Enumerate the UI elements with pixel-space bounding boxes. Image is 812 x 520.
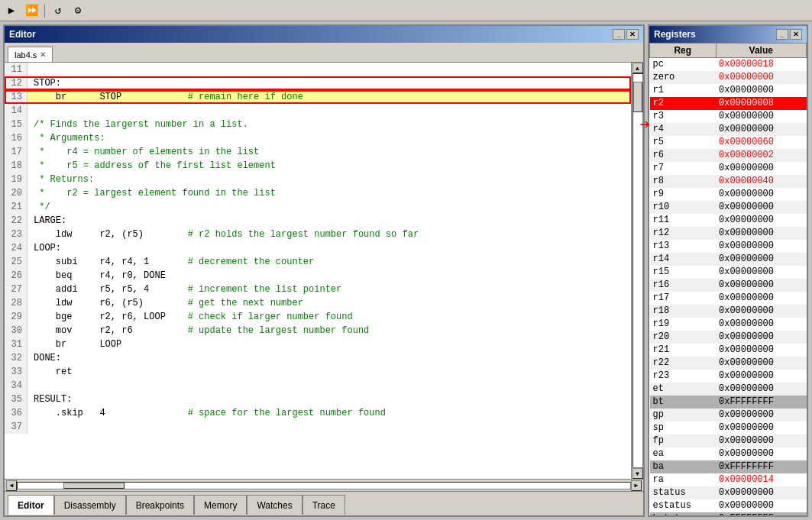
line-number-27: 27 bbox=[5, 283, 27, 296]
code-line-18: 18 * r5 = address of the first list elem… bbox=[5, 159, 631, 173]
editor-titlebar-buttons: _ ✕ bbox=[613, 29, 639, 40]
registers-title: Registers bbox=[654, 29, 696, 40]
register-value-r2: 0x00000008 bbox=[716, 97, 807, 110]
hscroll-track[interactable] bbox=[17, 482, 631, 489]
vertical-scrollbar[interactable]: ▲ ▼ bbox=[631, 63, 643, 479]
register-name-r16: r16 bbox=[650, 279, 717, 292]
register-row-sp: sp0x00000000 bbox=[650, 421, 807, 434]
line-number-20: 20 bbox=[5, 186, 27, 200]
line-number-17: 17 bbox=[5, 145, 27, 159]
editor-minimize-btn[interactable]: _ bbox=[613, 29, 625, 40]
scroll-down-btn[interactable]: ▼ bbox=[632, 468, 643, 479]
reload-btn[interactable]: ↺ bbox=[50, 2, 66, 19]
line-content-17: * r4 = number of elements in the list bbox=[27, 145, 259, 159]
run-btn[interactable]: ▶ bbox=[3, 2, 20, 19]
editor-titlebar: Editor _ ✕ bbox=[5, 26, 643, 43]
bottom-tab-editor[interactable]: Editor bbox=[8, 495, 54, 515]
scroll-up-btn[interactable]: ▲ bbox=[632, 63, 643, 73]
line-number-36: 36 bbox=[5, 406, 27, 420]
code-line-20: 20 * r2 = largest element found in the l… bbox=[5, 186, 631, 200]
line-number-34: 34 bbox=[5, 379, 27, 392]
registers-table-wrapper[interactable]: Reg Value pc0x00000018zero0x00000000r10x… bbox=[649, 43, 807, 515]
code-line-19: 19 * Returns: bbox=[5, 173, 631, 186]
registers-minimize-btn[interactable]: _ bbox=[776, 29, 788, 40]
scroll-thumb[interactable] bbox=[633, 82, 642, 112]
register-row-ba: ba0xFFFFFFFF bbox=[650, 460, 807, 473]
register-row-pc: pc0x00000018 bbox=[650, 58, 807, 71]
editor-tab-lab4s[interactable]: lab4.s ✕ bbox=[8, 47, 53, 62]
line-content-20: * r2 = largest element found in the list bbox=[27, 186, 276, 200]
register-row-ra: ra0x00000014 bbox=[650, 473, 807, 486]
register-value-zero: 0x00000000 bbox=[716, 71, 807, 84]
line-content-19: * Returns: bbox=[27, 173, 94, 186]
register-name-r22: r22 bbox=[650, 357, 717, 370]
bottom-tab-disassembly[interactable]: Disassembly bbox=[54, 495, 126, 515]
registers-titlebar: Registers _ ✕ bbox=[649, 26, 807, 43]
registers-close-btn[interactable]: ✕ bbox=[790, 29, 802, 40]
hscroll-right-btn[interactable]: ▶ bbox=[631, 480, 642, 491]
register-name-gp: gp bbox=[650, 409, 717, 421]
register-name-zero: zero bbox=[650, 71, 717, 84]
register-name-sp: sp bbox=[650, 421, 717, 434]
line-number-37: 37 bbox=[5, 420, 27, 434]
settings-btn[interactable]: ⚙ bbox=[70, 2, 86, 19]
code-line-25: 25 subi r4, r4, 1 # decrement the counte… bbox=[5, 255, 631, 269]
horizontal-scrollbar[interactable]: ◀ ▶ bbox=[5, 479, 643, 491]
bottom-tab-memory[interactable]: Memory bbox=[194, 495, 247, 515]
hscroll-left-btn[interactable]: ◀ bbox=[6, 480, 17, 491]
register-name-r5: r5 bbox=[650, 136, 717, 149]
register-value-r3: 0x00000000 bbox=[716, 110, 807, 123]
register-value-sp: 0x00000000 bbox=[716, 421, 807, 434]
register-name-r3: r3 bbox=[650, 110, 717, 123]
bottom-tab-breakpoints[interactable]: Breakpoints bbox=[126, 495, 194, 515]
line-number-26: 26 bbox=[5, 269, 27, 283]
register-value-et: 0x00000000 bbox=[716, 383, 807, 396]
line-number-28: 28 bbox=[5, 296, 27, 310]
scroll-track[interactable] bbox=[632, 73, 643, 468]
register-name-et: et bbox=[650, 383, 717, 396]
code-line-31: 31 br LOOP bbox=[5, 338, 631, 351]
register-name-ba: ba bbox=[650, 460, 717, 473]
register-row-r13: r130x00000000 bbox=[650, 240, 807, 253]
line-content-35: RESULT: bbox=[27, 392, 72, 406]
code-line-37: 37 bbox=[5, 420, 631, 434]
code-line-33: 33 ret bbox=[5, 365, 631, 379]
line-number-24: 24 bbox=[5, 241, 27, 255]
register-row-r3: r30x00000000 bbox=[650, 110, 807, 123]
code-line-16: 16 * Arguments: bbox=[5, 131, 631, 145]
register-name-pc: pc bbox=[650, 58, 717, 71]
register-name-r8: r8 bbox=[650, 175, 717, 188]
register-value-r14: 0x00000000 bbox=[716, 253, 807, 266]
register-row-r1: r10x00000000 bbox=[650, 84, 807, 97]
bottom-tab-bar: EditorDisassemblyBreakpointsMemoryWatche… bbox=[5, 491, 643, 515]
code-line-23: 23 ldw r2, (r5) # r2 holds the largest n… bbox=[5, 228, 631, 241]
register-row-r19: r190x00000000 bbox=[650, 318, 807, 331]
register-name-r9: r9 bbox=[650, 188, 717, 201]
line-content-25: subi r4, r4, 1 # decrement the counter bbox=[27, 255, 314, 269]
code-line-35: 35RESULT: bbox=[5, 392, 631, 406]
register-row-r12: r120x00000000 bbox=[650, 227, 807, 240]
bottom-tab-watches[interactable]: Watches bbox=[247, 495, 302, 515]
code-line-14: 14 bbox=[5, 104, 631, 118]
code-line-13: 13 br STOP # remain here if done bbox=[5, 90, 631, 104]
register-name-ea: ea bbox=[650, 447, 717, 460]
line-number-15: 15 bbox=[5, 118, 27, 131]
code-line-22: 22LARGE: bbox=[5, 214, 631, 228]
register-value-fp: 0x00000000 bbox=[716, 434, 807, 447]
editor-tab-close-icon[interactable]: ✕ bbox=[40, 51, 46, 59]
code-scroll[interactable]: 1112STOP:13 br STOP # remain here if don… bbox=[5, 63, 631, 479]
register-value-r15: 0x00000000 bbox=[716, 266, 807, 279]
register-row-status: status0x00000000 bbox=[650, 486, 807, 499]
editor-close-btn[interactable]: ✕ bbox=[626, 29, 639, 40]
hscroll-thumb[interactable] bbox=[63, 483, 125, 489]
line-number-23: 23 bbox=[5, 228, 27, 241]
code-area: 1112STOP:13 br STOP # remain here if don… bbox=[5, 63, 643, 491]
register-name-status: status bbox=[650, 486, 717, 499]
register-row-fp: fp0x00000000 bbox=[650, 434, 807, 447]
bottom-tab-trace[interactable]: Trace bbox=[302, 495, 345, 515]
step-btn[interactable]: ⏩ bbox=[23, 2, 40, 19]
code-line-24: 24LOOP: bbox=[5, 241, 631, 255]
register-name-r21: r21 bbox=[650, 344, 717, 357]
registers-titlebar-buttons: _ ✕ bbox=[776, 29, 802, 40]
code-line-36: 36 .skip 4 # space for the largest numbe… bbox=[5, 406, 631, 420]
